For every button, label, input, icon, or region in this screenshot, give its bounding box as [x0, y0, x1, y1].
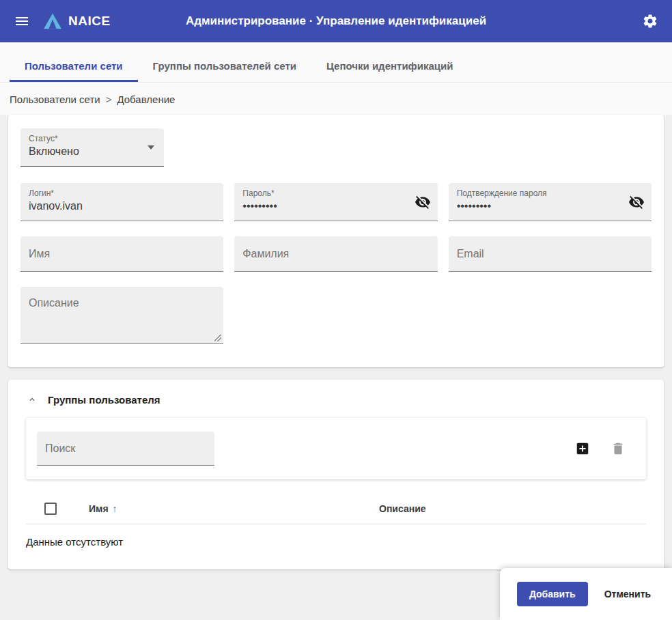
last-name-input[interactable] [242, 248, 429, 260]
column-name-label: Имя [89, 503, 109, 514]
gear-icon [642, 13, 658, 29]
appbar-right [638, 9, 662, 33]
tab-identification-chains[interactable]: Цепочки идентификаций [311, 51, 468, 82]
dropdown-arrow-icon [148, 145, 154, 150]
status-label: Статус* [29, 134, 156, 143]
app-logo: NAICE [42, 12, 111, 30]
groups-title: Группы пользователя [48, 394, 160, 406]
chevron-up-icon [27, 395, 37, 404]
tab-network-users[interactable]: Пользователи сети [10, 51, 138, 82]
delete-group-button[interactable] [609, 440, 627, 457]
tab-network-user-groups[interactable]: Группы пользователей сети [138, 51, 311, 82]
hamburger-icon [14, 13, 30, 29]
user-form-card: Статус* Включено Логин* Пароль* Подтверж… [8, 115, 664, 367]
toggle-password-visibility-button[interactable] [412, 191, 434, 213]
breadcrumb-separator: > [106, 94, 112, 105]
brand-name: NAICE [68, 14, 111, 29]
select-all-checkbox[interactable] [44, 503, 57, 515]
add-box-icon [575, 441, 590, 456]
password-confirm-label: Подтверждение пароля [457, 188, 643, 198]
credentials-row: Логин* Пароль* Подтверждение пароля [20, 183, 652, 221]
form-actions: Добавить Отменить [500, 568, 672, 620]
email-input[interactable] [457, 248, 643, 260]
toolbar-actions [574, 440, 635, 457]
breadcrumb-current: Добавление [117, 94, 175, 105]
logo-icon [42, 12, 63, 30]
add-group-button[interactable] [574, 440, 591, 457]
breadcrumb: Пользователи сети > Добавление [0, 83, 672, 115]
first-name-field[interactable] [20, 236, 223, 272]
table-header-row: Имя ↑ Описание [26, 493, 646, 524]
password-input[interactable] [242, 200, 406, 212]
login-input[interactable] [29, 200, 215, 212]
tab-label: Пользователи сети [25, 60, 123, 72]
description-textarea[interactable] [29, 297, 215, 338]
resize-handle[interactable] [214, 335, 221, 341]
trash-icon [611, 441, 626, 456]
app-header: NAICE Администрирование · Управление иде… [0, 0, 672, 42]
menu-button[interactable] [10, 9, 34, 33]
name-row [20, 236, 652, 272]
settings-button[interactable] [638, 9, 662, 33]
status-select[interactable]: Статус* Включено [20, 128, 164, 167]
tab-label: Цепочки идентификаций [326, 60, 453, 72]
subheader: Пользователи сети Группы пользователей с… [0, 42, 672, 115]
group-search-input[interactable] [45, 442, 206, 455]
user-groups-card: Группы пользователя Имя ↑ [8, 380, 664, 569]
groups-header: Группы пользователя [26, 393, 646, 406]
groups-table: Имя ↑ Описание Данные отсутствуют [26, 493, 646, 552]
last-name-field[interactable] [234, 236, 437, 272]
password-label: Пароль* [242, 188, 429, 198]
eye-off-icon [415, 194, 431, 210]
page-title: Администрирование · Управление идентифик… [186, 14, 486, 28]
column-header-description[interactable]: Описание [379, 503, 646, 514]
password-field[interactable]: Пароль* [234, 183, 437, 221]
tab-label: Группы пользователей сети [153, 60, 296, 72]
login-label: Логин* [29, 188, 215, 198]
tab-bar: Пользователи сети Группы пользователей с… [0, 42, 672, 83]
sort-ascending-icon: ↑ [113, 503, 117, 514]
description-field[interactable] [20, 287, 223, 344]
eye-off-icon [628, 194, 645, 210]
password-confirm-input[interactable] [457, 200, 620, 212]
empty-table-message: Данные отсутствуют [26, 524, 646, 552]
group-search-field[interactable] [37, 432, 214, 466]
submit-button[interactable]: Добавить [517, 582, 588, 606]
password-confirm-field[interactable]: Подтверждение пароля [449, 183, 652, 221]
cancel-button[interactable]: Отменить [600, 582, 655, 606]
email-field[interactable] [449, 236, 652, 272]
description-row [20, 287, 652, 344]
column-header-name[interactable]: Имя ↑ [89, 503, 379, 514]
appbar-left: NAICE [10, 9, 111, 33]
collapse-section-button[interactable] [26, 393, 38, 406]
login-field[interactable]: Логин* [20, 183, 223, 221]
breadcrumb-parent[interactable]: Пользователи сети [10, 94, 100, 105]
groups-toolbar [26, 418, 646, 479]
toggle-password-confirm-visibility-button[interactable] [626, 191, 647, 213]
first-name-input[interactable] [29, 248, 215, 260]
status-value: Включено [29, 145, 79, 157]
